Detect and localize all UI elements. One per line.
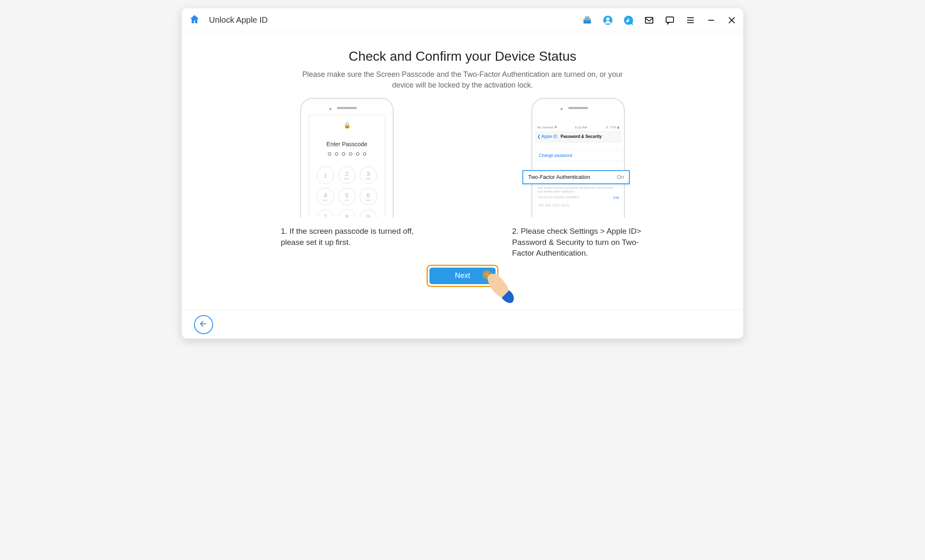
mail-icon[interactable]	[643, 14, 655, 26]
earpiece-icon	[337, 107, 357, 109]
music-icon[interactable]	[623, 14, 634, 26]
account-icon[interactable]	[602, 14, 614, 26]
status-right: ⚡ 77% ▮	[605, 126, 619, 129]
trusted-phone-header: TRUSTED PHONE NUMBER	[537, 196, 579, 199]
panel1-caption: 1. If the screen passcode is turned off,…	[281, 226, 417, 248]
passcode-dot	[335, 152, 338, 156]
phone1-screen: 🔒 Enter Passcode 12ABC3DEF4GHI5JKL6MNO7	[308, 115, 385, 218]
phone2-screen: No Service ⚑ 8:22 AM ⚡ 77% ▮ ❮ Apple ID …	[531, 109, 625, 218]
enter-passcode-label: Enter Passcode	[327, 141, 368, 147]
arrow-left-icon	[199, 319, 208, 330]
next-button-highlight: Next	[427, 265, 498, 287]
nav-header: ❮ Apple ID Password & Security	[535, 131, 621, 142]
page-headline: Check and Confirm your Device Status	[349, 49, 576, 64]
nav-title: Password & Security	[561, 134, 602, 139]
phone-mock-2: No Service ⚑ 8:22 AM ⚡ 77% ▮ ❮ Apple ID …	[531, 98, 625, 218]
lock-icon: 🔒	[344, 122, 351, 128]
title-bar: Unlock Apple ID	[182, 8, 743, 32]
change-password-row: Change password	[535, 150, 621, 161]
status-bar: No Service ⚑ 8:22 AM ⚡ 77% ▮	[535, 125, 621, 131]
keypad-key: 7PQRS	[317, 209, 334, 218]
next-button-wrap: Next	[427, 265, 498, 287]
svg-rect-9	[666, 17, 674, 22]
status-left: No Service ⚑	[537, 126, 557, 129]
phone-tfa-wrap: No Service ⚑ 8:22 AM ⚡ 77% ▮ ❮ Apple ID …	[512, 98, 644, 218]
keypad: 12ABC3DEF4GHI5JKL6MNO7PQRS8TUV9WXYZ	[317, 166, 377, 218]
svg-rect-2	[586, 17, 589, 19]
main-content: Check and Confirm your Device Status Ple…	[182, 32, 743, 310]
minimize-button[interactable]	[705, 14, 717, 26]
passcode-dot	[342, 152, 345, 156]
panels: 🔒 Enter Passcode 12ABC3DEF4GHI5JKL6MNO7	[281, 98, 644, 259]
app-title: Unlock Apple ID	[209, 15, 268, 25]
svg-point-4	[606, 17, 610, 21]
svg-line-7	[632, 24, 633, 25]
panel2-caption: 2. Please check Settings > Apple ID> Pas…	[512, 226, 648, 259]
keypad-key: 1	[317, 166, 334, 184]
footer-bar	[182, 310, 743, 339]
tfa-row-highlight: Two-Factor Authentication On	[522, 170, 630, 184]
toolbox-icon[interactable]	[581, 14, 593, 26]
keypad-key: 4GHI	[317, 188, 334, 205]
keypad-key: 8TUV	[338, 209, 356, 218]
keypad-key: 3DEF	[360, 166, 377, 184]
page-subline: Please make sure the Screen Passcode and…	[293, 69, 632, 90]
passcode-dot	[363, 152, 366, 156]
nav-back: ❮ Apple ID	[537, 134, 557, 139]
home-button[interactable]	[187, 13, 202, 27]
keypad-key: 9WXYZ	[360, 209, 377, 218]
passcode-dot	[356, 152, 359, 156]
status-time: 8:22 AM	[557, 126, 605, 129]
edit-link: Edit	[613, 196, 619, 199]
tfa-label: Two-Factor Authentication	[528, 174, 590, 180]
svg-rect-8	[645, 17, 653, 23]
passcode-dot	[349, 152, 352, 156]
menu-icon[interactable]	[685, 14, 696, 26]
phone-passcode-wrap: 🔒 Enter Passcode 12ABC3DEF4GHI5JKL6MNO7	[281, 98, 413, 218]
panel-tfa: No Service ⚑ 8:22 AM ⚡ 77% ▮ ❮ Apple ID …	[512, 98, 644, 259]
tfa-hint: Your trusted devices and phone numbers a…	[537, 186, 619, 193]
camera-dot-icon	[329, 108, 332, 110]
app-window: Unlock Apple ID	[182, 8, 743, 339]
close-button[interactable]	[726, 14, 738, 26]
tfa-value: On	[617, 174, 624, 180]
toolbar-icons	[581, 14, 738, 26]
feedback-icon[interactable]	[664, 14, 676, 26]
passcode-dot	[328, 152, 331, 156]
keypad-key: 5JKL	[338, 188, 356, 205]
panel-passcode: 🔒 Enter Passcode 12ABC3DEF4GHI5JKL6MNO7	[281, 98, 413, 259]
home-icon	[189, 14, 200, 27]
phone-mock-1: 🔒 Enter Passcode 12ABC3DEF4GHI5JKL6MNO7	[300, 98, 394, 218]
keypad-key: 2ABC	[338, 166, 356, 184]
keypad-key: 6MNO	[360, 188, 377, 205]
trusted-phone-number: +86 158 1387 3241	[537, 203, 569, 207]
next-button[interactable]: Next	[429, 268, 496, 284]
back-button[interactable]	[194, 315, 213, 334]
passcode-dots	[328, 152, 366, 156]
